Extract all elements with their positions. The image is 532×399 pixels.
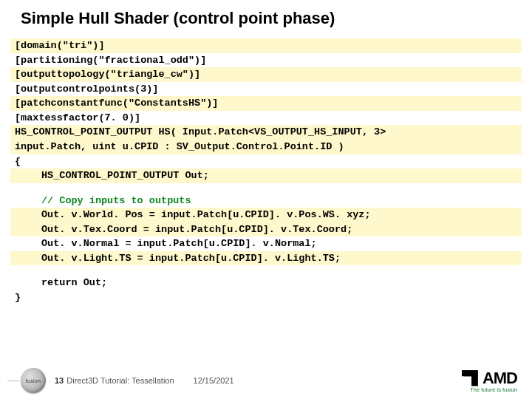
code-line: [partitioning("fractional_odd")] [10,53,522,68]
amd-tagline: The future is fusion [470,386,517,393]
code-line: [outputcontrolpoints(3)] [10,82,522,97]
blank-line [10,265,522,276]
code-line: Out. v.Normal = input.Patch[u.CPID]. v.N… [10,236,522,251]
amd-mark-icon [462,370,478,386]
code-line: { [10,154,522,169]
blank-line [10,183,522,194]
code-line: HS_CONTROL_POINT_OUTPUT HS( Input.Patch<… [10,125,522,140]
amd-wordmark: AMD [482,369,517,388]
code-line: HS_CONTROL_POINT_OUTPUT Out; [10,168,522,183]
footer-text: Direct3D Tutorial: Tessellation [66,376,174,385]
footer: fusion 13 Direct3D Tutorial: Tessellatio… [0,362,532,399]
code-line: input.Patch, uint u.CPID : SV_Output.Con… [10,140,522,154]
code-line: Out. v.World. Pos = input.Patch[u.CPID].… [10,208,522,222]
page-number: 13 [55,376,64,385]
code-line: [outputtopology("triangle_cw")] [10,67,522,82]
fusion-badge-icon: fusion [21,368,46,393]
code-line: Out. v.Light.TS = input.Patch[u.CPID]. v… [10,251,522,266]
code-block: [domain("tri")] [partitioning("fractiona… [10,38,522,305]
code-line: [domain("tri")] [10,38,522,53]
footer-date: 12/15/2021 [194,376,234,385]
code-line: } [10,290,522,305]
code-line: [maxtessfactor(7. 0)] [10,111,522,126]
code-line: [patchconstantfunc("ConstantsHS")] [10,96,522,111]
slide-title: Simple Hull Shader (control point phase) [0,0,532,38]
amd-logo: AMD The future is fusion [462,369,517,393]
fusion-badge-label: fusion [26,378,41,383]
code-line: return Out; [10,276,522,290]
code-line: Out. v.Tex.Coord = input.Patch[u.CPID]. … [10,222,522,237]
code-comment: // Copy inputs to outputs [10,194,522,208]
